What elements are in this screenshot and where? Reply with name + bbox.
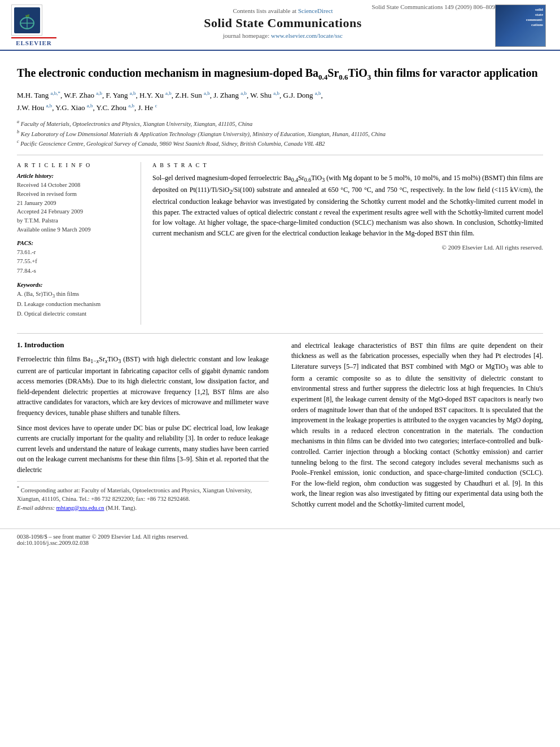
pacs-item: 73.61.-r <box>17 248 132 257</box>
cover-label: solidstatecommuni-cations <box>526 7 543 28</box>
available-online: Available online 9 March 2009 <box>17 225 132 234</box>
homepage-link[interactable]: www.elsevier.com/locate/ssc <box>271 32 343 39</box>
sciencedirect-link[interactable]: ScienceDirect <box>298 7 333 14</box>
journal-issue: Solid State Communications 149 (2009) 80… <box>372 3 495 10</box>
history-label: Article history: <box>17 173 132 179</box>
pacs-item: 77.84.-s <box>17 267 132 276</box>
accepted-date: Accepted 24 February 2009 <box>17 207 132 216</box>
copyright: © 2009 Elsevier Ltd. All rights reserved… <box>152 244 543 251</box>
section1-heading: 1. Introduction <box>17 340 269 350</box>
article-info-column: A R T I C L E I N F O Article history: R… <box>17 162 141 325</box>
affiliations: a Faculty of Materials, Optoelectronics … <box>17 119 543 148</box>
article-title: The electronic conduction mechanism in m… <box>17 65 543 82</box>
pacs-list: 73.61.-r 77.55.+f 77.84.-s <box>17 248 132 276</box>
elsevier-wordmark: ELSEVIER <box>11 37 56 46</box>
accepted-by: by T.T.M. Palstra <box>17 216 132 225</box>
intro-para1: Ferroelectric thin films Ba1−xSrxTiO3 (B… <box>17 354 269 418</box>
footnote-corresponding: * Corresponding author at: Faculty of Ma… <box>17 485 269 504</box>
article-container: The electronic conduction mechanism in m… <box>0 51 560 526</box>
keywords-label: Keywords: <box>17 282 132 288</box>
footnote-email: E-mail address: mhtang@xtu.edu.cn (M.H. … <box>17 504 269 513</box>
content-right: and electrical leakage characteristics o… <box>286 340 543 514</box>
pacs-label: PACS: <box>17 240 132 246</box>
journal-header: 🌿 ELSEVIER Solid State Communications 14… <box>0 0 560 51</box>
article-info-heading: A R T I C L E I N F O <box>17 162 132 168</box>
pacs-item: 77.55.+f <box>17 257 132 267</box>
main-content: 1. Introduction Ferroelectric thin films… <box>17 333 543 514</box>
keyword-item: (Ba, Sr)TiO3 thin films <box>17 290 132 300</box>
revised-date: 21 January 2009 <box>17 199 132 208</box>
keywords-list: (Ba, Sr)TiO3 thin films Leakage conducti… <box>17 290 132 319</box>
page-footer: 0038-1098/$ – see front matter © 2009 El… <box>0 528 560 551</box>
footer-issn: 0038-1098/$ – see front matter © 2009 El… <box>17 534 543 540</box>
authors: M.H. Tang a,b,*, W.F. Zhao a,b, F. Yang … <box>17 89 543 114</box>
keyword-item: Leakage conduction mechanism <box>17 300 132 309</box>
journal-cover: solidstatecommuni-cations <box>495 5 549 47</box>
intro-para2: Since most devices have to operate under… <box>17 423 269 475</box>
abstract-column: A B S T R A C T Sol–gel derived magnesiu… <box>152 162 543 325</box>
revised-label: Received in revised form <box>17 190 132 199</box>
email-link[interactable]: mhtang@xtu.edu.cn <box>56 505 104 511</box>
journal-title: Solid State Communications <box>71 16 495 30</box>
keywords-block: Keywords: (Ba, Sr)TiO3 thin films Leakag… <box>17 282 132 319</box>
intro-para3: and electrical leakage characteristics o… <box>291 340 543 510</box>
elsevier-logo: 🌿 ELSEVIER <box>11 5 62 46</box>
journal-homepage: journal homepage: www.elsevier.com/locat… <box>71 32 495 39</box>
article-info-abstract: A R T I C L E I N F O Article history: R… <box>17 155 543 325</box>
received-date: Received 14 October 2008 <box>17 181 132 190</box>
article-history: Article history: Received 14 October 200… <box>17 173 132 234</box>
keyword-item: Optical dielectric constant <box>17 309 132 319</box>
footer-doi: doi:10.1016/j.ssc.2009.02.038 <box>17 540 543 546</box>
footnotes: * Corresponding author at: Faculty of Ma… <box>17 481 269 513</box>
abstract-heading: A B S T R A C T <box>152 162 543 168</box>
cover-image: solidstatecommuni-cations <box>495 5 546 47</box>
header-center: Solid State Communications 149 (2009) 80… <box>71 5 495 43</box>
pacs-block: PACS: 73.61.-r 77.55.+f 77.84.-s <box>17 240 132 276</box>
abstract-text: Sol–gel derived magnesium-doped ferroele… <box>152 173 543 238</box>
content-left: 1. Introduction Ferroelectric thin films… <box>17 340 274 514</box>
